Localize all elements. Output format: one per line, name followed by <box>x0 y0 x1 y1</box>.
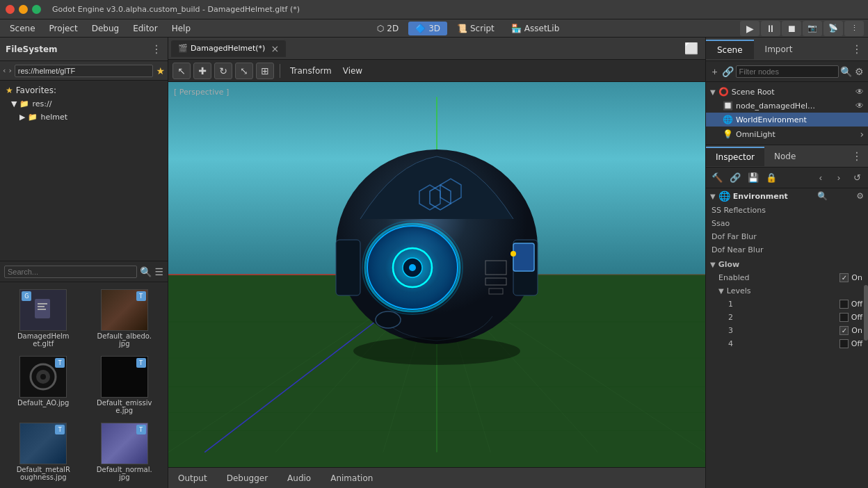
scene-panel-menu-button[interactable]: ⋮ <box>846 42 868 56</box>
dof-near-blur-row[interactable]: Dof Near Blur <box>706 243 868 257</box>
scene-tab[interactable]: Scene <box>706 40 754 59</box>
transform-extra-button[interactable]: ⊞ <box>256 63 274 79</box>
close-button[interactable] <box>6 5 15 14</box>
inspector-scrollbar-thumb[interactable] <box>864 285 868 341</box>
filesystem-menu-button[interactable]: ⋮ <box>151 42 162 56</box>
mode-script-button[interactable]: 📜 Script <box>450 22 501 35</box>
right-panel: Scene Import ⋮ + 🔗 🔍 ⚙ ▼ ⭕ Scene Root 👁 <box>705 38 868 488</box>
path-forward-button[interactable]: › <box>8 66 11 75</box>
bottom-tab-animation[interactable]: Animation <box>326 472 377 485</box>
play-button[interactable]: ▶ <box>740 21 760 36</box>
svg-rect-2 <box>38 306 45 307</box>
path-back-button[interactable]: ‹ <box>3 66 6 75</box>
view-label[interactable]: View <box>339 65 367 77</box>
tab-close-button[interactable]: × <box>271 43 279 54</box>
node-options-button[interactable]: ⚙ <box>853 64 865 79</box>
import-tab[interactable]: Import <box>754 40 804 58</box>
inspector-save-button[interactable]: 💾 <box>745 170 762 186</box>
link-node-button[interactable]: 🔗 <box>722 64 734 79</box>
stop-button[interactable]: ⏹ <box>782 21 801 36</box>
menu-scene[interactable]: Scene <box>4 22 41 35</box>
tree-node-scene-root[interactable]: ▼ ⭕ Scene Root 👁 <box>706 85 868 99</box>
normal-overlay-icon: T <box>136 425 146 434</box>
environment-search-button[interactable]: 🔍 <box>817 191 828 201</box>
glow-header-row[interactable]: ▼ Glow <box>706 258 868 271</box>
file-item-emissive[interactable]: T Default_emissive.jpg <box>86 353 164 417</box>
menu-editor[interactable]: Editor <box>127 22 163 35</box>
node-tab[interactable]: Node <box>764 147 805 165</box>
inspector-refresh-button[interactable]: ↺ <box>849 170 865 186</box>
file-item-metal[interactable]: T Default_metalRoughness.jpg <box>4 420 83 484</box>
file-item-albedo[interactable]: T Default_albedo.jpg <box>86 286 164 350</box>
glow-enabled-checkbox[interactable]: ✓ <box>839 273 849 282</box>
3d-viewport[interactable]: [ Perspective ] <box>168 82 705 467</box>
node-filter-input[interactable] <box>736 65 839 78</box>
step-button[interactable]: 📷 <box>803 21 822 36</box>
glow-level-1-row[interactable]: 1 Off <box>706 298 868 311</box>
transform-label[interactable]: Transform <box>286 65 336 77</box>
level-1-checkbox[interactable] <box>839 300 849 309</box>
remote-button[interactable]: 📡 <box>823 21 843 36</box>
filesystem-list-toggle[interactable]: ☰ <box>154 266 163 277</box>
environment-section-header[interactable]: ▼ 🌐 Environment 🔍 ⚙ <box>706 188 868 204</box>
viewport-maximize-button[interactable]: ⬜ <box>680 42 702 55</box>
file-label-ao: Default_AO.jpg <box>17 399 69 407</box>
inspector-lock-button[interactable]: 🔒 <box>763 170 780 186</box>
inspector-link-button[interactable]: 🔗 <box>727 170 744 186</box>
menu-project[interactable]: Project <box>44 22 83 35</box>
bottom-tab-output[interactable]: Output <box>174 472 211 485</box>
tree-visibility-icon[interactable]: 👁 <box>855 87 864 97</box>
ssao-label: Ssao <box>712 219 862 228</box>
file-item-ao[interactable]: T Default_AO.jpg <box>4 353 83 417</box>
fs-folder-res[interactable]: ▼ 📁 res:// <box>0 97 168 111</box>
scale-tool-button[interactable]: ⤡ <box>235 63 253 79</box>
level-4-checkbox[interactable] <box>839 339 849 348</box>
bottom-tab-audio[interactable]: Audio <box>283 472 315 485</box>
filesystem-search-input[interactable] <box>4 266 137 278</box>
glow-levels-row[interactable]: ▼ Levels <box>706 284 868 298</box>
tree-node-damaged-helmet[interactable]: 🔲 node_damagedHelmet_- 👁 <box>706 99 868 113</box>
add-node-button[interactable]: + <box>709 64 721 79</box>
maximize-button[interactable] <box>32 5 41 14</box>
mode-assetlib-button[interactable]: 🏪 AssetLib <box>504 22 566 35</box>
inspector-history-prev[interactable]: 🔨 <box>709 170 725 186</box>
environment-options-button[interactable]: ⚙ <box>856 191 864 201</box>
scene-import-tabs: Scene Import ⋮ <box>706 38 868 61</box>
favorites-section[interactable]: ★ Favorites: <box>0 83 168 97</box>
rotate-tool-button[interactable]: ↻ <box>214 63 232 79</box>
glow-level-3-row[interactable]: 3 ✓ On <box>706 324 868 337</box>
menu-help[interactable]: Help <box>166 22 196 35</box>
file-item-normal[interactable]: T Default_normal.jpg <box>86 420 164 484</box>
tree-node-world-environment[interactable]: 🌐 WorldEnvironment <box>706 113 868 127</box>
inspector-tab[interactable]: Inspector <box>706 147 764 166</box>
glow-level-4-row[interactable]: 4 Off <box>706 337 868 350</box>
ssao-row[interactable]: Ssao <box>706 217 868 230</box>
node-search-button[interactable]: 🔍 <box>840 64 852 79</box>
minimize-button[interactable] <box>19 5 28 14</box>
dof-far-blur-row[interactable]: Dof Far Blur <box>706 230 868 243</box>
more-button[interactable]: ⋮ <box>844 21 864 36</box>
level-2-checkbox[interactable] <box>839 313 849 322</box>
select-tool-button[interactable]: ↖ <box>172 63 191 79</box>
viewport-tab-damaged-helmet[interactable]: 🎬 DamagedHelmet(*) × <box>171 40 286 57</box>
glow-enabled-row[interactable]: Enabled ✓ On <box>706 271 868 284</box>
fs-folder-helmet[interactable]: ▶ 📁 helmet <box>0 111 168 124</box>
level-3-checkbox[interactable]: ✓ <box>839 326 849 335</box>
tree-node-omni-light[interactable]: 💡 OmniLight › <box>706 127 868 142</box>
glow-level-2-row[interactable]: 2 Off <box>706 311 868 324</box>
menu-debug[interactable]: Debug <box>86 22 124 35</box>
search-icon[interactable]: 🔍 <box>140 266 152 277</box>
path-input[interactable] <box>15 65 154 77</box>
bottom-tab-debugger[interactable]: Debugger <box>223 472 272 485</box>
inspector-menu-button[interactable]: ⋮ <box>846 149 868 163</box>
pause-button[interactable]: ⏸ <box>761 21 780 36</box>
file-item-gltf[interactable]: G DamagedHelmet.gltf <box>4 286 83 350</box>
tree-visibility-icon-helmet[interactable]: 👁 <box>855 101 864 111</box>
inspector-back-button[interactable]: ‹ <box>812 170 829 186</box>
ss-reflections-row[interactable]: SS Reflections <box>706 204 868 217</box>
inspector-forward-button[interactable]: › <box>830 170 847 186</box>
mode-3d-button[interactable]: 🔷 3D <box>408 22 447 35</box>
path-favorite-button[interactable]: ★ <box>156 65 165 76</box>
mode-2d-button[interactable]: ⬡ 2D <box>370 22 405 35</box>
move-tool-button[interactable]: ✚ <box>193 63 211 79</box>
